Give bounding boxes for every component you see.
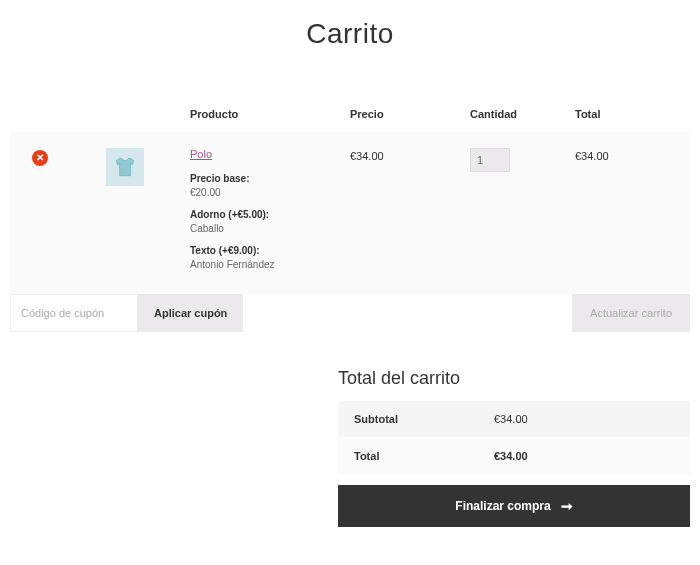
addon1-label: Adorno (+€5.00):	[190, 209, 269, 220]
base-price-value: €20.00	[190, 186, 350, 200]
base-price-label: Precio base:	[190, 173, 249, 184]
apply-coupon-button[interactable]: Aplicar cupón	[138, 294, 243, 332]
totals-title: Total del carrito	[338, 368, 690, 389]
cart-item-row: ✕ Polo Precio base: €20.00 Adorno (+€5.0…	[10, 132, 690, 294]
coupon-code-input[interactable]	[10, 294, 138, 332]
total-row: Total €34.00	[338, 438, 690, 475]
checkout-button[interactable]: Finalizar compra ➞	[338, 485, 690, 527]
addon2-label: Texto (+€9.00):	[190, 245, 260, 256]
close-icon: ✕	[36, 153, 44, 163]
remove-item-button[interactable]: ✕	[32, 150, 48, 166]
product-thumbnail[interactable]	[106, 148, 144, 186]
product-name-link[interactable]: Polo	[190, 148, 350, 160]
item-price: €34.00	[350, 148, 470, 280]
cart-header-row: Producto Precio Cantidad Total	[10, 96, 690, 132]
cart-totals: Total del carrito Subtotal €34.00 Total …	[338, 368, 690, 527]
addon1-value: Caballo	[190, 222, 350, 236]
product-meta: Precio base: €20.00 Adorno (+€5.00): Cab…	[190, 172, 350, 272]
page-title: Carrito	[0, 18, 700, 50]
subtotal-label: Subtotal	[354, 413, 494, 425]
total-label: Total	[354, 450, 494, 462]
header-total: Total	[575, 108, 675, 120]
item-total: €34.00	[575, 148, 675, 280]
shirt-icon	[112, 154, 138, 180]
cart-actions-row: Aplicar cupón Actualizar carrito	[10, 294, 690, 332]
header-quantity: Cantidad	[470, 108, 575, 120]
checkout-label: Finalizar compra	[455, 499, 550, 513]
subtotal-value: €34.00	[494, 413, 528, 425]
header-price: Precio	[350, 108, 470, 120]
arrow-right-icon: ➞	[561, 498, 573, 514]
cart-table: Producto Precio Cantidad Total ✕ Polo Pr…	[10, 96, 690, 294]
subtotal-row: Subtotal €34.00	[338, 401, 690, 438]
addon2-value: Antonio Fernández	[190, 258, 350, 272]
header-product: Producto	[190, 108, 350, 120]
update-cart-button[interactable]: Actualizar carrito	[572, 294, 690, 332]
quantity-input[interactable]	[470, 148, 510, 172]
total-value: €34.00	[494, 450, 528, 462]
